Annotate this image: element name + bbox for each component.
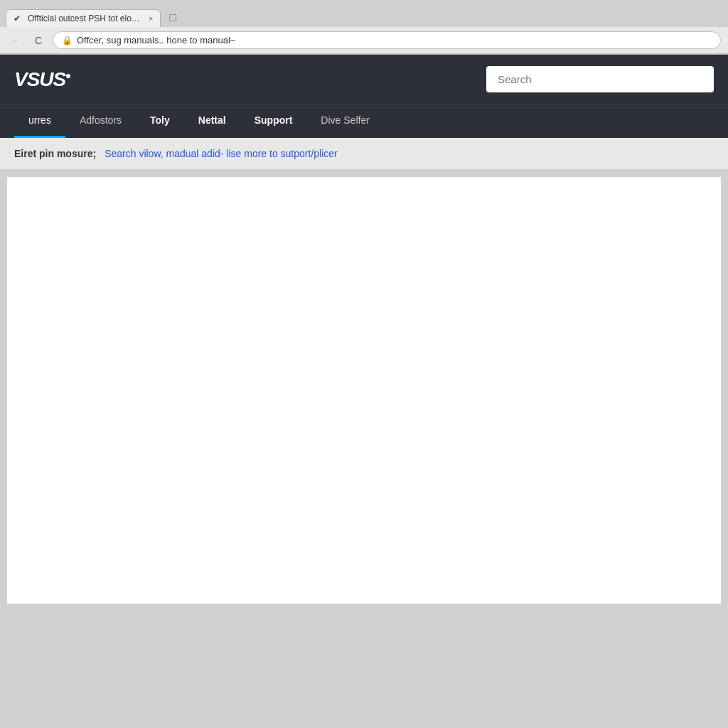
nav-item-nettal[interactable]: Nettal (184, 105, 240, 138)
nav-item-toly[interactable]: Toly (136, 105, 184, 138)
logo-dot (66, 74, 70, 78)
new-tab-button[interactable]: □ (164, 9, 182, 27)
nav-item-urres[interactable]: urres (14, 105, 65, 138)
browser-tab[interactable]: ✔ Offticial outcest PSH tot elow... × (6, 9, 161, 27)
lock-icon: 🔒 (62, 36, 73, 46)
refresh-button[interactable]: C (30, 32, 47, 49)
nav-item-adfostors[interactable]: Adfostors (65, 105, 136, 138)
address-bar-row: ← C 🔒 Offcer, sug manuals.. hone to manu… (0, 27, 728, 54)
logo-text: VSUS (14, 68, 65, 90)
browser-chrome: ✔ Offticial outcest PSH tot elow... × □ … (0, 0, 728, 55)
site-navigation: urres Adfostors Toly Nettal Support Dive… (0, 104, 728, 138)
breadcrumb-link[interactable]: Search vilow, madual adid- lise more to … (105, 148, 338, 159)
tab-bar: ✔ Offticial outcest PSH tot elow... × □ (0, 0, 728, 27)
back-button[interactable]: ← (7, 32, 24, 49)
site-header: VSUS (0, 55, 728, 104)
nav-item-support[interactable]: Support (240, 105, 307, 138)
tab-favicon-icon: ✔ (14, 14, 23, 23)
tab-close-button[interactable]: × (149, 14, 153, 23)
main-content (7, 177, 721, 604)
nav-item-dive-selfer[interactable]: Dive Selfer (306, 105, 383, 138)
breadcrumb-bar: Eiret pin mosure; Search vilow, madual a… (0, 138, 728, 170)
tab-title: Offticial outcest PSH tot elow... (28, 14, 141, 23)
search-input[interactable] (486, 66, 714, 92)
website-container: VSUS urres Adfostors Toly Nettal Support… (0, 55, 728, 604)
site-logo: VSUS (14, 68, 70, 91)
address-text: Offcer, sug manuals.. hone to manual~ (77, 35, 235, 46)
breadcrumb-label: Eiret pin mosure; (14, 148, 96, 159)
address-bar[interactable]: 🔒 Offcer, sug manuals.. hone to manual~ (53, 31, 721, 49)
